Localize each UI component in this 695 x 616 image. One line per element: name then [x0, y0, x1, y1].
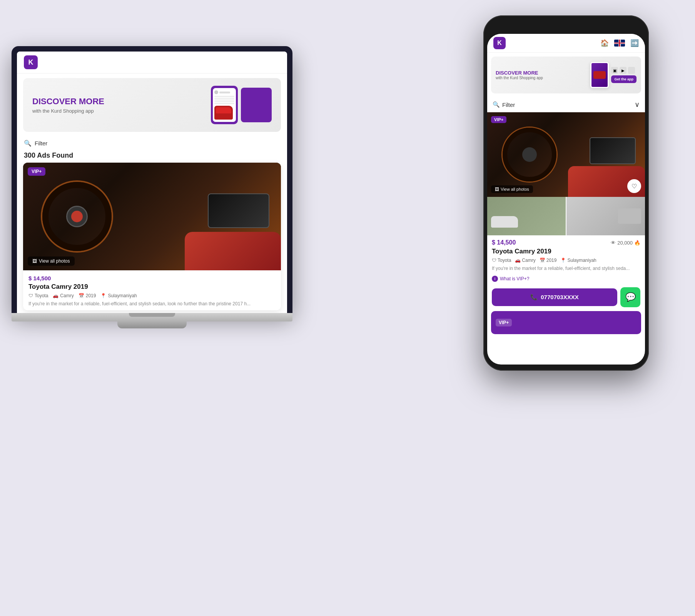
location-icon: 📍	[100, 293, 106, 298]
photo-icon: 🖼	[32, 258, 37, 264]
dashboard-screen	[208, 193, 269, 228]
laptop-banner-phone-screen	[213, 88, 236, 122]
laptop-filter-label: Filter	[35, 140, 47, 147]
laptop-car-model-tag: 🚗 Camry	[53, 293, 74, 298]
search-icon: 🔍	[24, 140, 32, 147]
phone-car-title: Toyota Camry 2019	[487, 248, 645, 258]
phone-filter-chevron-icon[interactable]: ∨	[635, 100, 640, 109]
phone-car-icon: 🚗	[515, 258, 521, 263]
inner-avatar	[214, 90, 218, 94]
phone-logo: K	[493, 37, 506, 49]
inner-menu-1	[214, 96, 234, 97]
laptop-bezel: K DISCOVER MORE with the Kurd Shopping a…	[12, 46, 292, 313]
phone-banner-text: DISCOVER MORE with the Kurd Shopping app	[496, 70, 543, 80]
fire-icon: 🔥	[634, 240, 640, 246]
call-button[interactable]: 📞 0770703XXXX	[492, 288, 617, 306]
phone-car-tags: 🛡 Toyota 🚗 Camry 📅 2019 📍 Sulaymaniyah	[487, 258, 645, 263]
phone-banner-mockup	[590, 62, 609, 88]
phone-vip-question-label: What is VIP+?	[500, 276, 529, 281]
laptop-car-year-tag: 📅 2019	[79, 293, 96, 298]
language-flag-icon[interactable]	[614, 40, 625, 47]
laptop-screen: K DISCOVER MORE with the Kurd Shopping a…	[17, 52, 287, 313]
flag-cross-h	[614, 43, 625, 43]
phone-model-tag: 🚗 Camry	[515, 258, 535, 263]
phone-thumb-white-car	[487, 197, 566, 235]
get-app-button[interactable]: Get the app	[611, 75, 637, 83]
phone-view-all-photos-button[interactable]: 🖼 View all photos	[491, 185, 533, 193]
white-car-body	[491, 216, 518, 228]
phone-frame: K 🏠 ➡️ DISCOVER MORE with the Kurd Shopp…	[483, 15, 649, 371]
phone-filter-left: 🔍 Filter	[493, 101, 515, 108]
phone-car-description: If you're in the market for a reliable, …	[487, 263, 645, 274]
laptop-car-image-container: VIP+ 🖼 View all photos	[23, 163, 281, 270]
tiny-phone-screen	[591, 63, 608, 87]
laptop-car-location-tag: 📍 Sulaymaniyah	[100, 293, 137, 298]
tiny-car	[593, 71, 606, 79]
inner-menu-3	[214, 100, 234, 102]
phone-cta-row: 📞 0770703XXXX 💬	[487, 283, 645, 311]
phone-filter-bar[interactable]: 🔍 Filter ∨	[487, 97, 645, 112]
laptop-banner-text: DISCOVER MORE with the Kurd Shopping app	[32, 97, 104, 114]
laptop-car-price: $ 14,500	[28, 275, 276, 281]
phone-thumb-1[interactable]	[487, 197, 566, 235]
phone-location-tag: 📍 Sulaymaniyah	[560, 258, 596, 263]
phone-banner-right: ▣ ▶ Get the app	[590, 62, 637, 88]
steering-wheel	[42, 182, 112, 251]
phone-banner-cta-area: ▣ ▶ Get the app	[611, 67, 637, 83]
phone-car-price: $ 14,500	[492, 239, 516, 246]
phone-dashboard-screen	[590, 137, 636, 164]
laptop-car-card[interactable]: VIP+ 🖼 View all photos $ 14,500 Toyota C…	[23, 163, 281, 310]
login-icon[interactable]: ➡️	[630, 39, 639, 47]
laptop-device: K DISCOVER MORE with the Kurd Shopping a…	[12, 46, 292, 328]
phone-screen: K 🏠 ➡️ DISCOVER MORE with the Kurd Shopp…	[487, 34, 645, 365]
phone-filter-label: Filter	[502, 102, 515, 108]
laptop-banner: DISCOVER MORE with the Kurd Shopping app	[23, 78, 281, 132]
next-vip-badge: VIP+	[496, 319, 512, 326]
phone-search-icon: 🔍	[493, 101, 500, 108]
phone-views-count: 👁 20,000 🔥	[611, 240, 640, 246]
laptop-car-image	[23, 163, 281, 270]
laptop-filter-bar[interactable]: 🔍 Filter	[17, 137, 287, 150]
whatsapp-button[interactable]: 💬	[620, 287, 640, 307]
phone-photo-icon: 🖼	[495, 187, 499, 191]
laptop-navbar: K	[17, 52, 287, 73]
phone-price-row: $ 14,500 👁 20,000 🔥	[487, 235, 645, 248]
home-icon[interactable]: 🏠	[600, 39, 609, 47]
calendar-icon: 📅	[79, 293, 84, 298]
red-seat	[185, 232, 281, 270]
laptop-vip-badge: VIP+	[28, 167, 45, 176]
car-icon: 🚗	[53, 293, 58, 298]
phone-header-icons: 🏠 ➡️	[600, 39, 639, 47]
phone-thumbnail-row	[487, 197, 645, 235]
laptop-banner-title: DISCOVER MORE	[32, 97, 104, 107]
phone-banner-subtitle: with the Kurd Shopping app	[496, 76, 543, 80]
inner-menu-2	[214, 98, 234, 100]
steering-logo	[71, 211, 83, 222]
windows-store-icon: ▣	[611, 67, 618, 74]
laptop-banner-subtitle: with the Kurd Shopping app	[32, 108, 104, 114]
phone-car-listing: VIP+ 🖼 View all photos ♡	[487, 112, 645, 334]
eye-icon: 👁	[611, 240, 616, 246]
phone-banner-title: DISCOVER MORE	[496, 70, 543, 76]
ads-found-label: 300 Ads Found	[17, 150, 287, 163]
laptop-car-brand-tag: 🛡 Toyota	[28, 293, 48, 298]
phone-thumb-back-car	[566, 197, 645, 235]
phone-thumb-2[interactable]	[566, 197, 645, 235]
phone-car-main-image: VIP+ 🖼 View all photos ♡	[487, 112, 645, 197]
laptop-banner-phone	[211, 86, 238, 124]
phone-navbar: K 🏠 ➡️	[487, 34, 645, 53]
inner-car-image	[214, 106, 233, 120]
phone-vip-info[interactable]: i What is VIP+?	[487, 274, 645, 283]
phone-device: K 🏠 ➡️ DISCOVER MORE with the Kurd Shopp…	[483, 15, 649, 371]
phone-call-icon: 📞	[530, 294, 538, 301]
phone-favorite-button[interactable]: ♡	[627, 179, 641, 193]
phone-steering-wheel	[503, 128, 556, 181]
phone-vip-badge: VIP+	[491, 116, 506, 123]
laptop-base	[12, 313, 292, 321]
laptop-banner-mockup	[211, 86, 272, 124]
inner-name	[219, 92, 230, 93]
view-all-photos-button[interactable]: 🖼 View all photos	[28, 256, 75, 266]
phone-next-vip-banner: VIP+	[491, 311, 641, 334]
inner-profile-row	[214, 90, 234, 95]
laptop-car-tags: 🛡 Toyota 🚗 Camry 📅 2019 📍	[28, 293, 276, 298]
